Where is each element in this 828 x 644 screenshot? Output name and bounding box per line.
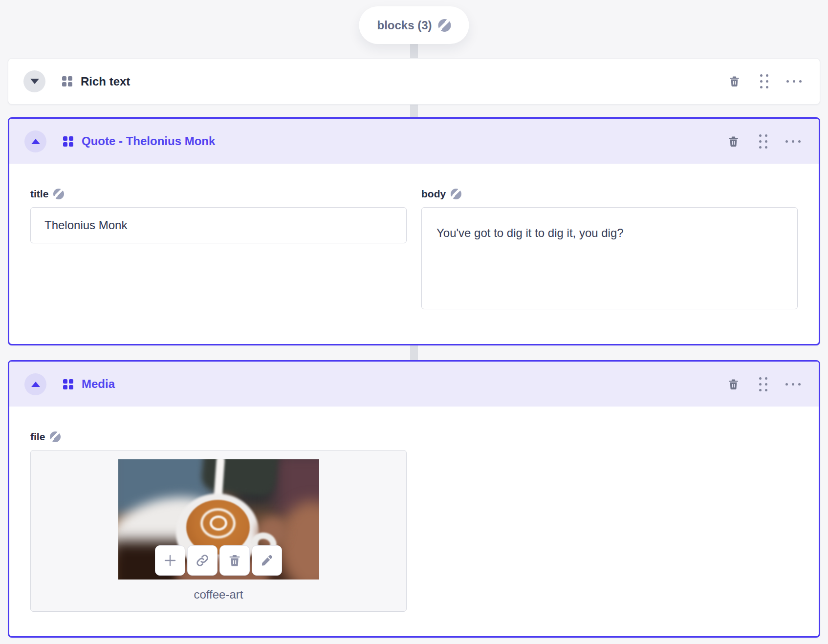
delete-block-button[interactable] <box>726 377 741 391</box>
globe-icon <box>53 189 64 199</box>
chevron-down-icon <box>30 79 39 84</box>
file-name-caption: coffee-art <box>194 588 243 601</box>
expand-block-button[interactable] <box>23 70 45 92</box>
collapse-block-button[interactable] <box>24 130 46 152</box>
field-label-text: file <box>30 431 45 443</box>
block-content: title body You've got to dig it to dig i… <box>9 164 819 311</box>
block-card-quote: Quote - Thelonius Monk title <box>8 117 820 345</box>
block-actions <box>727 74 801 89</box>
globe-icon <box>438 19 451 32</box>
delete-block-button[interactable] <box>727 74 741 89</box>
block-actions <box>726 134 800 149</box>
block-type-icon <box>63 379 73 389</box>
trash-icon <box>727 135 740 148</box>
title-input[interactable] <box>30 207 407 243</box>
field-body: body You've got to dig it to dig it, you… <box>421 188 798 311</box>
delete-file-button[interactable] <box>219 545 250 576</box>
block-type-icon <box>63 136 73 147</box>
block-title: Rich text <box>81 75 130 88</box>
drag-handle-icon <box>759 134 767 149</box>
globe-icon <box>50 431 61 442</box>
ellipsis-icon <box>786 80 802 83</box>
trash-icon <box>728 75 741 87</box>
field-label: body <box>421 188 798 200</box>
array-field-label: blocks (3) <box>377 19 432 32</box>
pencil-icon <box>260 553 274 568</box>
chevron-up-icon <box>31 382 40 387</box>
array-field-pill[interactable]: blocks (3) <box>359 6 469 44</box>
collapse-block-button[interactable] <box>24 373 46 395</box>
trash-icon <box>228 554 241 567</box>
link-file-button[interactable] <box>187 545 218 576</box>
delete-block-button[interactable] <box>726 134 741 149</box>
block-card-media: Media file <box>8 360 820 638</box>
file-toolbar <box>155 545 282 576</box>
block-card-rich-text: Rich text <box>8 58 820 105</box>
link-icon <box>195 553 210 568</box>
drag-handle-icon <box>759 377 767 391</box>
add-file-button[interactable] <box>155 545 185 576</box>
body-textarea[interactable]: You've got to dig it to dig it, you dig? <box>421 207 798 309</box>
globe-icon <box>451 189 461 199</box>
file-preview-card: coffee-art <box>30 450 407 612</box>
drag-handle-icon <box>760 74 768 88</box>
block-content: file <box>9 407 819 612</box>
drag-handle[interactable] <box>756 377 770 391</box>
field-file: file <box>30 431 798 612</box>
plus-icon <box>162 553 178 568</box>
block-type-icon <box>62 76 72 86</box>
field-label: title <box>30 188 407 200</box>
field-label-text: body <box>421 188 446 200</box>
block-header: Quote - Thelonius Monk <box>9 119 819 164</box>
block-actions <box>726 377 800 391</box>
field-title: title <box>30 188 407 311</box>
trash-icon <box>727 378 740 390</box>
ellipsis-menu-button[interactable] <box>786 74 801 89</box>
ellipsis-menu-button[interactable] <box>785 377 800 391</box>
drag-handle[interactable] <box>757 74 771 89</box>
ellipsis-menu-button[interactable] <box>785 134 800 149</box>
block-title: Quote - Thelonius Monk <box>82 134 215 148</box>
field-label: file <box>30 431 798 443</box>
field-label-text: title <box>30 188 48 200</box>
drag-handle[interactable] <box>756 134 770 149</box>
ellipsis-icon <box>785 140 801 143</box>
block-title: Media <box>82 377 115 391</box>
edit-file-button[interactable] <box>252 545 282 576</box>
block-header: Rich text <box>8 59 820 104</box>
ellipsis-icon <box>785 383 801 386</box>
block-header: Media <box>9 362 819 407</box>
chevron-up-icon <box>31 139 40 144</box>
